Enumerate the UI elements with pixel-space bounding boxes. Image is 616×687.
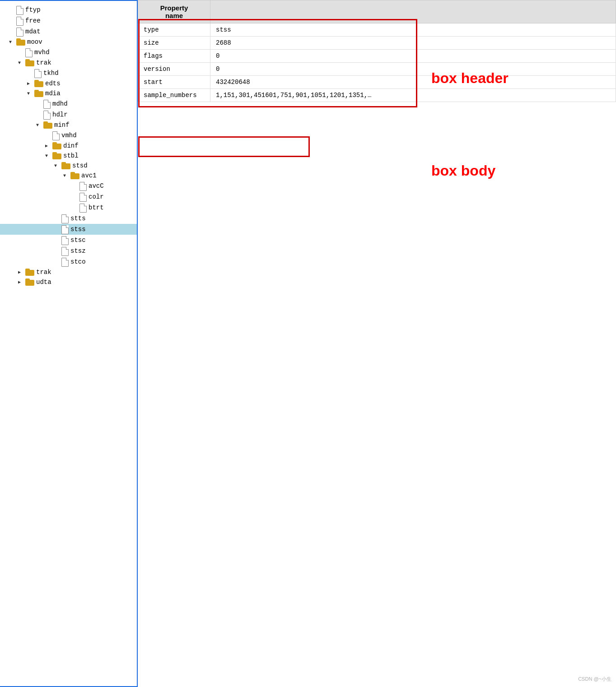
tree-item-tkhd[interactable]: tkhd [0, 68, 137, 79]
arrow-mdia[interactable]: ▼ [27, 91, 34, 96]
file-icon [16, 28, 23, 36]
file-icon [79, 182, 87, 190]
tree-label-stsc: stsc [70, 237, 86, 244]
arrow-placeholder [54, 249, 61, 254]
tree-item-avcC[interactable]: avcC [0, 181, 137, 191]
tree-item-ftyp[interactable]: ftyp [0, 5, 137, 15]
val-start: 432420648 [210, 76, 616, 89]
val-size: 2688 [210, 37, 616, 50]
key-start: start [138, 76, 210, 89]
tree-item-udta[interactable]: ▶ udta [0, 277, 137, 287]
tree-label-udta: udta [36, 279, 51, 286]
file-icon [79, 193, 87, 201]
arrow-placeholder [18, 50, 25, 55]
tree-item-mdia[interactable]: ▼ mdia [0, 88, 137, 98]
file-icon [16, 6, 23, 14]
tree-item-mdat[interactable]: mdat [0, 26, 137, 37]
arrow-stsd[interactable]: ▼ [54, 163, 61, 168]
tree-item-mdhd[interactable]: mdhd [0, 98, 137, 109]
folder-icon [16, 38, 25, 46]
right-panel-inner: Propertyname type stss size 2688 flags [138, 0, 616, 687]
file-icon [61, 214, 69, 223]
arrow-placeholder [54, 238, 61, 243]
key-flags: flags [138, 50, 210, 63]
tree-label-minf: minf [54, 121, 70, 129]
arrow-placeholder [36, 112, 43, 117]
arrow-placeholder [54, 216, 61, 221]
folder-icon [25, 279, 34, 286]
key-sample-numbers: sample_numbers [138, 89, 210, 102]
tree-item-avc1[interactable]: ▼ avc1 [0, 171, 137, 181]
tree-item-dinf[interactable]: ▶ dinf [0, 141, 137, 151]
tree-item-btrt[interactable]: btrt [0, 202, 137, 213]
tree-label-mdhd: mdhd [52, 100, 68, 107]
tree-item-stco[interactable]: stco [0, 256, 137, 267]
arrow-udta[interactable]: ▶ [18, 279, 25, 285]
arrow-placeholder [27, 71, 34, 76]
tree-label-dinf: dinf [63, 142, 79, 149]
arrow-trak1[interactable]: ▼ [18, 60, 25, 65]
tree-item-stsd[interactable]: ▼ stsd [0, 161, 137, 171]
arrow-placeholder [36, 102, 43, 107]
row-start: start 432420648 [138, 76, 616, 89]
row-size: size 2688 [138, 37, 616, 50]
tree-item-stsc[interactable]: stsc [0, 235, 137, 246]
folder-icon [25, 269, 34, 276]
tree-label-edts: edts [45, 80, 61, 87]
folder-icon [61, 162, 70, 169]
arrow-placeholder [9, 8, 16, 13]
key-version: version [138, 63, 210, 76]
key-type: type [138, 23, 210, 37]
tree-label-moov: moov [27, 38, 42, 46]
tree-label-stsd: stsd [72, 162, 88, 169]
tree-item-minf[interactable]: ▼ minf [0, 120, 137, 130]
folder-icon [52, 142, 61, 149]
file-icon [25, 48, 33, 56]
file-icon [34, 69, 42, 77]
file-icon [61, 258, 69, 266]
row-flags: flags 0 [138, 50, 616, 63]
arrow-trak2[interactable]: ▶ [18, 269, 25, 275]
row-sample-numbers: sample_numbers 1,151,301,451601,751,901,… [138, 89, 616, 102]
arrow-minf[interactable]: ▼ [36, 123, 43, 128]
tree-item-stsz[interactable]: stsz [0, 246, 137, 256]
arrow-placeholder [45, 133, 52, 138]
row-type: type stss [138, 23, 616, 37]
col-header-value [210, 0, 616, 23]
tree-item-moov[interactable]: ▼ moov [0, 37, 137, 47]
file-icon [61, 225, 69, 233]
tree-item-free[interactable]: free [0, 15, 137, 26]
file-icon [43, 100, 51, 108]
tree-item-hdlr[interactable]: hdlr [0, 109, 137, 120]
key-size: size [138, 37, 210, 50]
tree-label-vmhd: vmhd [61, 132, 77, 139]
arrow-placeholder [54, 260, 61, 265]
val-type: stss [210, 23, 616, 37]
tree-label-ftyp: ftyp [25, 6, 41, 14]
tree-item-mvhd[interactable]: mvhd [0, 47, 137, 58]
tree-item-stbl[interactable]: ▼ stbl [0, 151, 137, 161]
tree-item-stss[interactable]: stss [0, 224, 137, 235]
arrow-avc1[interactable]: ▼ [63, 173, 70, 178]
arrow-dinf[interactable]: ▶ [45, 143, 52, 149]
arrow-edts[interactable]: ▶ [27, 81, 34, 86]
tree-item-vmhd[interactable]: vmhd [0, 130, 137, 141]
tree-label-avcC: avcC [89, 182, 104, 190]
tree-item-edts[interactable]: ▶ edts [0, 79, 137, 88]
tree-label-stsz: stsz [70, 247, 86, 255]
folder-icon [43, 121, 52, 129]
tree-label-avc1: avc1 [81, 172, 97, 179]
tree-item-stts[interactable]: stts [0, 213, 137, 224]
tree-item-colr[interactable]: colr [0, 191, 137, 202]
arrow-moov[interactable]: ▼ [9, 40, 16, 45]
watermark: CSDN @~小生 [578, 676, 611, 682]
tree-label-tkhd: tkhd [43, 70, 59, 77]
folder-icon [25, 59, 34, 66]
tree-label-trak2: trak [36, 269, 51, 276]
tree-item-trak2[interactable]: ▶ trak [0, 267, 137, 277]
file-icon [61, 247, 69, 255]
tree-label-mvhd: mvhd [34, 49, 50, 56]
file-icon [43, 111, 51, 119]
arrow-stbl[interactable]: ▼ [45, 153, 52, 158]
tree-item-trak1[interactable]: ▼ trak [0, 58, 137, 68]
